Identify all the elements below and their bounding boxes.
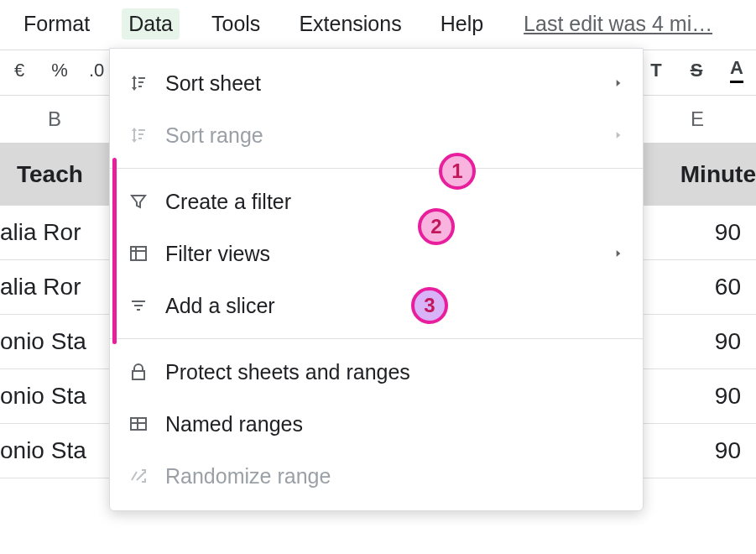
annotation-badge-2: 2: [418, 208, 455, 245]
text-color-label: A: [730, 57, 743, 83]
menu-protect-sheets[interactable]: Protect sheets and ranges: [110, 346, 643, 398]
annotation-badge-3: 3: [411, 287, 448, 324]
menu-named-ranges-label: Named ranges: [165, 412, 624, 436]
toolbar-item-t[interactable]: T: [645, 60, 667, 81]
percent-format-button[interactable]: %: [49, 60, 70, 81]
menubar: Format Data Tools Extensions Help Last e…: [0, 0, 756, 50]
cell-teacher[interactable]: alia Ror: [0, 206, 109, 259]
column-header-B[interactable]: B: [0, 96, 109, 143]
cell-teacher[interactable]: alia Ror: [0, 260, 109, 314]
cell-teacher[interactable]: onio Sta: [0, 424, 109, 478]
sort-sheet-icon: [128, 73, 165, 93]
menu-create-filter[interactable]: Create a filter: [110, 175, 643, 227]
annotation-highlight-bar: [112, 158, 117, 344]
randomize-icon: [128, 466, 165, 486]
menu-tools[interactable]: Tools: [205, 8, 267, 39]
filter-icon: [128, 191, 165, 212]
menu-sort-sheet[interactable]: Sort sheet: [110, 57, 643, 109]
svg-rect-0: [131, 247, 146, 260]
data-menu-dropdown: Sort sheet Sort range Create a filter Fi…: [109, 48, 644, 511]
filter-views-icon: [128, 243, 165, 264]
menu-randomize-range: Randomize range: [110, 450, 643, 502]
menu-filter-views-label: Filter views: [165, 242, 613, 266]
cell-minutes[interactable]: 90: [639, 315, 756, 368]
submenu-arrow-icon: [613, 129, 624, 141]
menu-data[interactable]: Data: [122, 8, 180, 39]
header-minutes[interactable]: Minute: [639, 143, 756, 206]
menu-separator: [110, 338, 643, 339]
cell-minutes[interactable]: 90: [639, 369, 756, 423]
cell-teacher[interactable]: onio Sta: [0, 369, 109, 423]
slicer-icon: [128, 295, 165, 316]
annotation-badge-1: 1: [439, 153, 476, 190]
sort-range-icon: [128, 125, 165, 145]
submenu-arrow-icon: [613, 77, 624, 89]
menu-extensions[interactable]: Extensions: [292, 8, 408, 39]
menu-randomize-range-label: Randomize range: [165, 464, 624, 489]
text-color-button[interactable]: A: [726, 57, 748, 83]
named-ranges-icon: [128, 414, 165, 434]
menu-help[interactable]: Help: [434, 8, 490, 39]
menu-format[interactable]: Format: [17, 8, 96, 39]
currency-format-button[interactable]: €: [8, 60, 30, 81]
last-edit-link[interactable]: Last edit was 4 mi…: [524, 12, 712, 36]
menu-filter-views[interactable]: Filter views: [110, 227, 643, 280]
cell-minutes[interactable]: 90: [639, 424, 756, 478]
decimal-format-label: .0: [89, 60, 104, 81]
menu-protect-sheets-label: Protect sheets and ranges: [165, 360, 624, 384]
strikethrough-button[interactable]: S: [686, 60, 707, 81]
menu-named-ranges[interactable]: Named ranges: [110, 398, 643, 450]
menu-add-slicer[interactable]: Add a slicer: [110, 280, 643, 332]
column-header-E[interactable]: E: [639, 96, 756, 143]
cell-teacher[interactable]: onio Sta: [0, 315, 109, 368]
cell-minutes[interactable]: 60: [639, 260, 756, 314]
lock-icon: [128, 362, 165, 382]
submenu-arrow-icon: [613, 248, 624, 259]
menu-create-filter-label: Create a filter: [165, 190, 624, 214]
menu-sort-range: Sort range: [110, 109, 643, 161]
cell-minutes[interactable]: 90: [639, 206, 756, 259]
menu-add-slicer-label: Add a slicer: [165, 294, 624, 318]
menu-sort-range-label: Sort range: [165, 123, 613, 148]
menu-separator: [110, 168, 643, 169]
menu-sort-sheet-label: Sort sheet: [165, 71, 613, 96]
header-teacher[interactable]: Teach: [0, 143, 109, 206]
